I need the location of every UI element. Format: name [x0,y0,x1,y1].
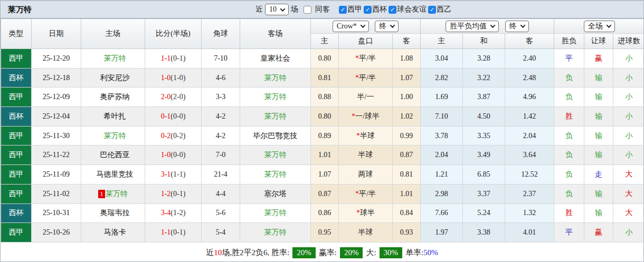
away-team-link[interactable]: 莱万特 [264,228,287,236]
cell-odds-away: 0.93 [393,223,421,242]
cell-avg-lose: 2.04 [505,126,554,145]
away-team-link[interactable]: 皇家社会 [261,54,290,62]
home-team-link[interactable]: 奥瑞韦拉 [100,209,130,217]
league-badge: 西杯 [1,69,31,88]
table-row: 西甲 25-11-30 莱万特 0-2(0-2) 4-2 毕尔巴鄂竞技 0.89… [1,126,644,145]
cell-avg-lose: 4.01 [505,223,554,242]
handicap-change-star: * [355,74,359,82]
cell-avg-win: 2.82 [421,68,463,88]
cell-away-team: 莱万特 [240,145,311,165]
col-header-date: 日期 [32,19,81,49]
cell-avg-draw: 3.28 [463,49,505,69]
league-badge: 西甲 [1,127,31,145]
home-team-link[interactable]: 利安尼沙 [100,74,130,82]
score-halftime: (0-2) [171,132,185,140]
away-team-link[interactable]: 毕尔巴鄂竞技 [253,132,298,140]
home-team-link[interactable]: 莱万特 [104,132,126,140]
cell-handicap: 半/一 [339,88,393,107]
filter-checkbox-1[interactable]: ✓ [364,6,372,14]
table-row: 西甲 25-10-26 马洛卡 1-1(0-1) 5-4 莱万特 0.95 半球… [1,223,644,242]
cell-result-wdl: 负 [554,126,584,145]
cell-avg-win: 1.69 [421,88,463,107]
score-halftime: (1-1) [171,170,185,178]
cell-score: 1-1(0-1) [145,49,202,69]
cell-result-let: 输 [584,203,613,223]
cell-odds-away: 1.01 [393,184,421,203]
avg-source-select[interactable]: 胜平负均值 [446,21,499,32]
home-team-link[interactable]: 马洛卡 [104,228,126,236]
recent-count-select[interactable]: 10 [265,4,289,15]
away-team-link[interactable]: 莱万特 [264,151,287,159]
cell-avg-win: 7.66 [421,203,463,223]
cell-away-team: 莱万特 [240,107,311,127]
odds-state-select[interactable]: 终 [375,21,399,32]
cell-avg-lose: 3.64 [505,145,554,165]
home-team-link[interactable]: 巴伦西亚 [100,151,130,159]
cell-avg-win: 2.98 [421,184,463,203]
cell-handicap: *平/半 [339,49,393,69]
score-fulltime: 1-0 [161,74,171,82]
away-team-link[interactable]: 莱万特 [264,74,287,82]
recent-count-value: 10 [269,5,277,14]
table-row: 西甲 25-11-02 1莱万特 1-2(0-1) 4-4 塞尔塔 0.87 *… [1,184,644,203]
cell-odds-away: 1.08 [393,49,421,69]
cell-score: 0-2(0-2) [145,126,202,145]
cell-result-let: 走 [584,165,613,185]
home-team-link[interactable]: 希叶扎 [104,112,126,120]
cell-avg-win: 1.21 [421,165,463,185]
single-label: 单率: [405,248,423,258]
cell-handicap: *一/球半 [339,107,393,127]
cell-score: 1-1(0-1) [145,223,202,242]
avg-state-select[interactable]: 终 [505,21,529,32]
table-row: 西甲 25-12-09 奥萨苏纳 2-0(2-0) 3-3 莱万特 0.88 半… [1,88,644,107]
score-halftime: (0-0) [171,151,185,159]
cell-away-team: 莱万特 [240,68,311,88]
same-away-checkbox[interactable] [304,6,311,14]
same-away-label: 同客 [315,5,330,14]
cell-date: 25-11-30 [32,126,81,145]
cell-date: 25-11-02 [32,184,81,203]
table-row: 西甲 25-11-09 马德里竞技 3-1(1-1) 21-4 莱万特 1.07… [1,165,644,185]
away-team-link[interactable]: 莱万特 [264,209,287,217]
cell-away-team: 莱万特 [240,223,311,242]
home-team-link[interactable]: 奥萨苏纳 [100,93,130,101]
away-team-link[interactable]: 塞尔塔 [264,190,287,198]
cell-avg-draw: 5.24 [463,203,505,223]
filter-checkbox-0[interactable]: ✓ [339,6,347,14]
odds-source-select[interactable]: Crow* [333,21,369,32]
cell-home-team: 巴伦西亚 [81,145,145,165]
away-team-link[interactable]: 莱万特 [264,112,287,120]
score-halftime: (0-1) [171,228,185,236]
chevron-down-icon [390,23,395,28]
cell-score: 3-1(1-1) [145,165,202,185]
cell-avg-draw: 3.49 [463,145,505,165]
score-halftime: (0-0) [171,112,185,120]
cell-odds-away: 1.07 [393,68,421,88]
cell-result-wdl: 胜 [554,203,584,223]
summary-near-count: 10 [214,248,222,257]
cell-odds-away: 0.84 [393,203,421,223]
cell-result-let: 输 [584,88,613,107]
cell-result-goals: 大 [613,184,644,203]
filter-checkbox-2[interactable]: ✓ [389,6,396,14]
home-team-link[interactable]: 莱万特 [104,54,126,62]
filter-label-3: 西乙 [437,5,451,13]
home-team-link[interactable]: 马德里竞技 [97,170,134,178]
filter-checkbox-3[interactable]: ✓ [428,6,436,14]
cell-result-let: 输 [584,184,613,203]
cell-handicap: *半球 [339,126,393,145]
cell-result-let: 输 [584,145,613,165]
cell-odds-home: 0.88 [311,88,339,107]
avg-state-value: 终 [509,22,517,31]
cell-result-let: 赢 [584,223,613,242]
away-team-link[interactable]: 莱万特 [264,170,287,178]
cell-league: 西甲 [1,49,32,69]
cell-avg-draw: 4.50 [463,107,505,127]
home-team-link[interactable]: 莱万特 [106,190,128,198]
cell-league: 西杯 [1,68,32,88]
cell-score: 1-0(0-0) [145,145,202,165]
full-match-select[interactable]: 全场 [584,21,615,32]
away-team-link[interactable]: 莱万特 [264,93,287,101]
rank-badge: 1 [98,190,105,198]
cell-avg-lose: 1.32 [505,203,554,223]
